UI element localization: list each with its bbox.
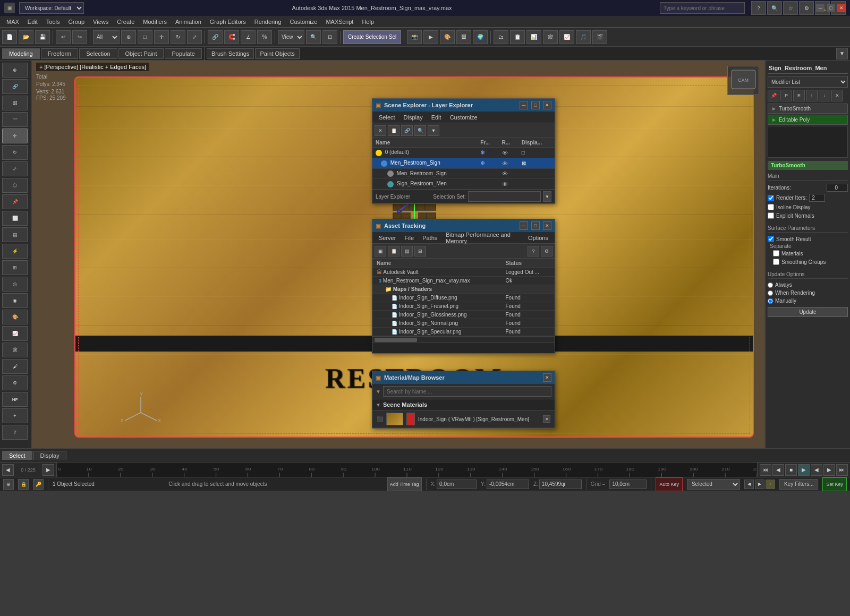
- tool-scale[interactable]: ⤢: [2, 161, 28, 176]
- mb-close[interactable]: ✕: [543, 373, 551, 382]
- render-iters-checkbox[interactable]: [768, 195, 774, 201]
- modifier-list-dropdown[interactable]: Modifier List: [768, 76, 848, 88]
- menu-views[interactable]: Views: [89, 18, 113, 26]
- layer-row-men-restroom-sign[interactable]: Men_Restroom_Sign ❄ 👁 ⊠: [372, 158, 555, 169]
- at-menu-bitmap[interactable]: Bitmap Performance and Memory: [441, 230, 524, 245]
- prev-key-btn[interactable]: ◀: [772, 464, 784, 476]
- play-reverse-btn[interactable]: ◀: [811, 464, 822, 476]
- record-add-btn[interactable]: +: [766, 480, 775, 489]
- modifier-item-turbosmooth[interactable]: ► TurboSmooth: [768, 104, 848, 114]
- tab-modeling[interactable]: Modeling: [2, 48, 40, 59]
- asset-row-fresnel[interactable]: 📄 Indoor_Sign_Fresnel.png Found: [372, 302, 555, 311]
- material-browser-header[interactable]: ▣ Material/Map Browser ✕: [372, 371, 555, 384]
- tool-color-clip[interactable]: 🖌: [2, 359, 28, 374]
- redo-btn[interactable]: ↪: [72, 30, 87, 44]
- timeline-nav-left-btn[interactable]: ◀: [2, 464, 14, 476]
- tool-isolate[interactable]: ◉: [2, 293, 28, 308]
- search-btn[interactable]: 🔍: [767, 1, 782, 15]
- status-icon-1[interactable]: ⊕: [3, 479, 14, 490]
- bottom-tab-display[interactable]: Display: [33, 451, 66, 460]
- new-btn[interactable]: 📄: [2, 30, 17, 44]
- menu-edit[interactable]: Edit: [23, 18, 42, 26]
- tool-bind-space-warp[interactable]: 〰: [2, 112, 28, 127]
- percent-snap-btn[interactable]: %: [257, 30, 272, 44]
- iterations-input[interactable]: [827, 184, 848, 192]
- tool-squash[interactable]: ⬡: [2, 178, 28, 193]
- prev-frame-btn[interactable]: ⏮: [760, 464, 771, 476]
- save-btn[interactable]: 💾: [35, 30, 50, 44]
- tool-normal-align[interactable]: ⊞: [2, 260, 28, 275]
- asset-row-vault[interactable]: 🏛 Autodesk Vault Logged Out ...: [372, 268, 555, 277]
- mod-pin-btn[interactable]: 📌: [768, 90, 779, 101]
- menu-help[interactable]: Help: [358, 18, 378, 26]
- always-radio[interactable]: [768, 283, 773, 288]
- tool-hierarchy[interactable]: ⚡: [2, 244, 28, 259]
- z-input[interactable]: [539, 480, 582, 489]
- at-maximize[interactable]: □: [531, 221, 540, 230]
- at-tool-1[interactable]: ▣: [375, 246, 386, 256]
- play-btn[interactable]: ▶: [798, 464, 810, 476]
- schematic-view-btn[interactable]: 🕸: [543, 30, 558, 44]
- asset-row-diffuse[interactable]: 📄 Indoor_Sign_Diffuse.png Found: [372, 294, 555, 302]
- render-btn[interactable]: ▶: [423, 30, 438, 44]
- help-btn[interactable]: ?: [751, 1, 766, 15]
- at-menu-options[interactable]: Options: [524, 234, 552, 242]
- tool-rotate[interactable]: ↻: [2, 145, 28, 160]
- y-input[interactable]: [487, 480, 529, 489]
- paint-objects-btn[interactable]: Paint Objects: [255, 48, 299, 59]
- mat-close-btn[interactable]: ✕: [543, 415, 550, 423]
- undo-btn[interactable]: ↩: [56, 30, 71, 44]
- tool-mirror[interactable]: ⬜: [2, 211, 28, 226]
- select-region-btn[interactable]: □: [138, 30, 152, 44]
- minimize-btn[interactable]: ─: [816, 4, 824, 12]
- layer-explorer-minimize[interactable]: ─: [520, 101, 528, 109]
- curve-editor-btn[interactable]: 📈: [559, 30, 574, 44]
- layer-mgr-btn[interactable]: 📋: [510, 30, 525, 44]
- tool-select-link[interactable]: 🔗: [2, 79, 28, 94]
- mod-enable-btn[interactable]: E: [793, 90, 805, 101]
- render-iters-input[interactable]: [809, 194, 825, 202]
- tool-unlink[interactable]: ⛓: [2, 96, 28, 110]
- at-help-btn[interactable]: ?: [528, 246, 539, 256]
- search-input[interactable]: [660, 2, 745, 14]
- tool-move[interactable]: ✛: [2, 129, 28, 143]
- scene-materials-header[interactable]: ▼ Scene Materials: [372, 399, 555, 410]
- render-setup-btn[interactable]: 📸: [407, 30, 422, 44]
- status-icon-3[interactable]: 🔑: [33, 479, 44, 490]
- add-time-tag-btn[interactable]: Add Time Tag: [387, 477, 422, 491]
- stop-btn[interactable]: ■: [785, 464, 797, 476]
- tab-freeform[interactable]: Freeform: [41, 48, 79, 59]
- menu-graph-editors[interactable]: Graph Editors: [206, 18, 250, 26]
- rotate-btn[interactable]: ↻: [171, 30, 185, 44]
- x-input[interactable]: [437, 480, 477, 489]
- menu-create[interactable]: Create: [113, 18, 139, 26]
- tab-object-paint[interactable]: Object Paint: [118, 48, 164, 59]
- mod-up-btn[interactable]: ↑: [806, 90, 818, 101]
- asset-track-btn[interactable]: 📊: [526, 30, 541, 44]
- asset-row-specular[interactable]: 📄 Indoor_Sign_Specular.png Found: [372, 328, 555, 336]
- tab-populate[interactable]: Populate: [165, 48, 201, 59]
- status-icon-2[interactable]: 🔒: [18, 479, 29, 490]
- reference-btn[interactable]: 🔗: [208, 30, 223, 44]
- tool-hf-label[interactable]: HF: [2, 392, 28, 407]
- explicit-normals-checkbox[interactable]: [768, 212, 774, 219]
- tool-place[interactable]: ◎: [2, 277, 28, 292]
- at-minimize[interactable]: ─: [520, 221, 528, 230]
- menu-maxscript[interactable]: MAXScript: [321, 18, 358, 26]
- star-btn[interactable]: ☆: [783, 1, 798, 15]
- tool-place-hilite[interactable]: 📌: [2, 194, 28, 209]
- modifier-item-editable-poly[interactable]: ► Editable Poly: [768, 115, 848, 125]
- selection-set-input[interactable]: [468, 191, 541, 202]
- tool-select-obj[interactable]: ⊕: [2, 63, 28, 78]
- at-menu-paths[interactable]: Paths: [418, 234, 441, 242]
- scale-btn[interactable]: ⤢: [187, 30, 202, 44]
- layer-explorer-close[interactable]: ✕: [543, 101, 551, 109]
- create-selection-btn[interactable]: Create Selection Sel: [343, 30, 401, 44]
- grid-input[interactable]: [609, 480, 647, 489]
- set-key-btn[interactable]: Set Key: [822, 477, 847, 491]
- le-filter-btn[interactable]: ▼: [428, 125, 439, 136]
- tool-extra[interactable]: +: [2, 408, 28, 423]
- le-link-btn[interactable]: 🔗: [401, 125, 413, 136]
- layer-explorer-header[interactable]: ▣ Scene Explorer - Layer Explorer ─ □ ✕: [372, 99, 555, 112]
- angle-snap-btn[interactable]: ∠: [241, 30, 256, 44]
